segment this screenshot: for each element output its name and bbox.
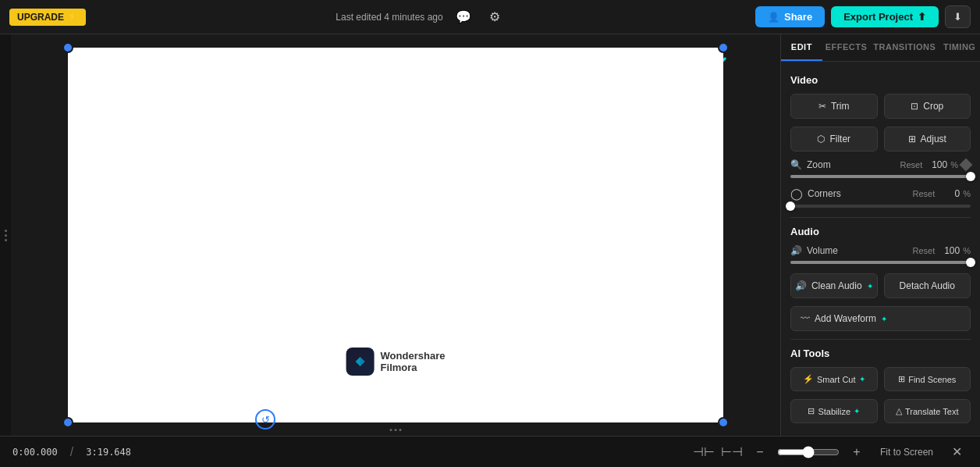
ai-tools-section-title: AI Tools [790, 348, 971, 359]
translate-text-button[interactable]: △ Translate Text [884, 399, 971, 423]
find-scenes-icon: ⊞ [898, 374, 905, 384]
volume-icon: 🔊 [790, 245, 802, 256]
share-button[interactable]: Share [755, 6, 825, 27]
audio-btn-row: 🔊 Clean Audio ✦ Detach Audio [790, 273, 971, 298]
settings-icon-button[interactable]: ⚙ [484, 6, 506, 28]
chat-icon-button[interactable]: 💬 [453, 6, 474, 28]
bottom-dots [390, 429, 402, 431]
zoom-icon: 🔍 [790, 159, 802, 170]
adjust-button[interactable]: ⊞ Adjust [884, 127, 971, 152]
bottom-bar: 0:00.000 / 3:19.648 ⊣⊢ ⊢⊣ − + Fit to Scr… [0, 436, 980, 467]
canvas-zoom-slider[interactable] [777, 446, 840, 458]
filter-button[interactable]: ⬡ Filter [790, 127, 878, 152]
side-dot [5, 239, 7, 241]
handle-top-left[interactable] [62, 42, 73, 53]
frame-step-icon-button[interactable]: ⊢⊣ [721, 441, 743, 463]
right-panel: EDIT EFFECTS TRANSITIONS TIMING Video ✂ … [780, 34, 980, 436]
corners-icon: ◯ [790, 187, 803, 200]
last-edited-text: Last edited 4 minutes ago [336, 12, 442, 23]
topbar: UPGRADE Last edited 4 minutes ago 💬 ⚙ Sh… [0, 0, 980, 34]
corners-slider-header: ◯ Corners Reset 0 % [790, 187, 971, 200]
handle-bottom-left[interactable] [62, 417, 73, 428]
panel-tabs: EDIT EFFECTS TRANSITIONS TIMING [781, 34, 980, 62]
smart-cut-button[interactable]: ⚡ Smart Cut ✦ [790, 367, 878, 391]
stabilize-icon: ⊟ [808, 406, 815, 416]
zoom-reset-button[interactable]: Reset [900, 160, 922, 169]
zoom-slider-track[interactable] [790, 175, 971, 178]
tab-edit[interactable]: EDIT [781, 34, 822, 61]
tab-transitions[interactable]: TRANSITIONS [870, 34, 939, 61]
volume-reset-button[interactable]: Reset [912, 246, 935, 255]
volume-label: 🔊 Volume [790, 245, 838, 256]
clean-audio-button[interactable]: 🔊 Clean Audio ✦ [790, 273, 878, 298]
corners-slider-track[interactable] [790, 205, 971, 208]
fit-to-screen-button[interactable]: Fit to Screen [874, 444, 939, 461]
corners-value: 0 [938, 188, 960, 199]
zoom-value: 100 [925, 159, 947, 170]
bottom-controls: ⊣⊢ ⊢⊣ − + Fit to Screen ✕ [693, 441, 968, 463]
bottom-dot [390, 429, 392, 431]
panel-content: Video ✂ Trim ⊡ Crop ⬡ Filter ⊞ Adj [781, 62, 980, 436]
volume-slider-fill [790, 261, 971, 264]
handle-bottom-right[interactable] [718, 417, 729, 428]
canvas-container: Wondershare Filmora [68, 48, 723, 422]
zoom-keyframe-icon[interactable] [960, 159, 973, 172]
corners-reset-button[interactable]: Reset [912, 189, 935, 198]
video-btn-row-1: ✂ Trim ⊡ Crop [790, 94, 971, 119]
corners-right: Reset 0 % [912, 188, 971, 199]
volume-value: 100 [938, 245, 960, 256]
zoom-in-icon-button[interactable]: + [846, 441, 868, 463]
tab-effects[interactable]: EFFECTS [822, 34, 871, 61]
center-play-button[interactable]: ↺ [255, 409, 275, 430]
split-icon-button[interactable]: ⊣⊢ [693, 441, 715, 463]
side-dot [5, 234, 7, 237]
watermark-text: Wondershare Filmora [381, 350, 446, 373]
download-button[interactable]: ⬇ [945, 5, 971, 28]
adjust-icon: ⊞ [908, 134, 916, 144]
clean-audio-ai-badge: ✦ [867, 282, 873, 291]
corners-label: ◯ Corners [790, 187, 841, 200]
smart-cut-ai-badge: ✦ [859, 375, 865, 383]
upgrade-button[interactable]: UPGRADE [9, 9, 86, 26]
find-scenes-button[interactable]: ⊞ Find Scenes [884, 367, 971, 391]
watermark-logo [346, 348, 375, 376]
filter-icon: ⬡ [817, 134, 825, 144]
topbar-right: Share Export Project ⬆ ⬇ [755, 5, 971, 28]
corners-slider-thumb[interactable] [786, 201, 795, 211]
time-separator: / [70, 445, 73, 459]
zoom-slider-fill [790, 175, 971, 178]
volume-percent: % [963, 246, 971, 255]
crop-button[interactable]: ⊡ Crop [884, 94, 971, 119]
export-button[interactable]: Export Project ⬆ [831, 6, 939, 27]
adjust-label: Adjust [921, 134, 946, 144]
volume-slider-row: 🔊 Volume Reset 100 % [790, 245, 971, 264]
zoom-right: Reset 100 % [900, 159, 971, 170]
section-divider-2 [790, 339, 971, 340]
topbar-left: UPGRADE [9, 9, 86, 26]
trim-button[interactable]: ✂ Trim [790, 94, 878, 119]
smart-cut-label: Smart Cut [817, 375, 856, 384]
volume-right: Reset 100 % [912, 245, 971, 256]
volume-slider-thumb[interactable] [966, 258, 975, 267]
corners-slider-row: ◯ Corners Reset 0 % [790, 187, 971, 208]
canvas-preview: Wondershare Filmora [68, 48, 723, 422]
ai-btn-row-2: ⊟ Stabilize ✦ △ Translate Text [790, 399, 971, 423]
section-divider-1 [790, 217, 971, 218]
zoom-slider-row: 🔍 Zoom Reset 100 % [790, 159, 971, 178]
volume-slider-track[interactable] [790, 261, 971, 264]
download-icon: ⬇ [953, 11, 962, 23]
video-section-title: Video [790, 74, 971, 86]
zoom-slider-thumb[interactable] [966, 172, 975, 181]
current-time: 0:00.000 [12, 447, 58, 458]
waveform-icon: 〰 [801, 313, 810, 324]
detach-audio-button[interactable]: Detach Audio [884, 273, 971, 298]
stabilize-button[interactable]: ⊟ Stabilize ✦ [790, 399, 878, 423]
bottom-dot [395, 429, 397, 431]
add-waveform-button[interactable]: 〰 Add Waveform ✦ [790, 306, 971, 331]
zoom-slider-header: 🔍 Zoom Reset 100 % [790, 159, 971, 170]
close-icon-button[interactable]: ✕ [946, 441, 968, 463]
zoom-out-icon-button[interactable]: − [749, 441, 771, 463]
tab-timing[interactable]: TIMING [939, 34, 980, 61]
handle-top-right[interactable] [718, 42, 729, 53]
clean-audio-label: Clean Audio [811, 280, 862, 291]
